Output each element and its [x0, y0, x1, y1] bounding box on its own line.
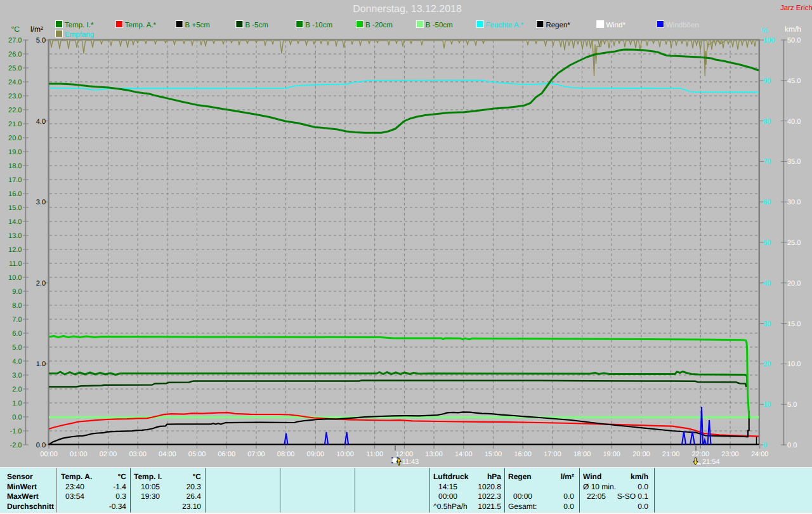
svg-text:15.0: 15.0 — [8, 204, 22, 212]
svg-text:04:00: 04:00 — [159, 451, 176, 458]
svg-text:25.0: 25.0 — [8, 65, 22, 72]
svg-text:60: 60 — [763, 199, 771, 206]
svg-text:50.0: 50.0 — [787, 37, 801, 44]
svg-text:35.0: 35.0 — [787, 158, 801, 166]
svg-text:20.3: 20.3 — [187, 482, 202, 491]
svg-text:MinWert: MinWert — [7, 482, 37, 491]
svg-text:24.0: 24.0 — [8, 79, 22, 86]
svg-text:45.0: 45.0 — [787, 77, 801, 85]
svg-text:14.0: 14.0 — [8, 218, 22, 226]
svg-text:18.0: 18.0 — [8, 162, 22, 170]
svg-text:B -5cm: B -5cm — [245, 22, 268, 29]
svg-text:l/m²: l/m² — [30, 25, 43, 34]
svg-text:20.0: 20.0 — [8, 135, 22, 142]
svg-text:23.0: 23.0 — [8, 93, 22, 100]
svg-text:70: 70 — [763, 158, 771, 166]
svg-text:27.0: 27.0 — [8, 37, 22, 44]
svg-text:20.0: 20.0 — [787, 280, 801, 287]
svg-text:05:00: 05:00 — [188, 451, 206, 458]
svg-text:Temp. A.*: Temp. A.* — [125, 22, 157, 29]
svg-text:22.0: 22.0 — [8, 107, 22, 114]
svg-text:14:00: 14:00 — [455, 451, 473, 458]
svg-text:-2.0: -2.0 — [10, 442, 22, 449]
svg-text:50: 50 — [763, 239, 771, 247]
svg-text:2.0: 2.0 — [12, 386, 22, 393]
svg-text:5.0: 5.0 — [787, 401, 797, 409]
svg-text:21:00: 21:00 — [662, 451, 680, 458]
svg-text:10:05: 10:05 — [141, 482, 160, 491]
svg-text:Wind: Wind — [583, 472, 601, 481]
svg-text:10: 10 — [763, 401, 771, 409]
svg-text:Empfang: Empfang — [65, 31, 94, 39]
svg-text:100: 100 — [763, 37, 775, 44]
svg-text:21:54: 21:54 — [702, 458, 720, 466]
svg-text:°C: °C — [11, 25, 20, 34]
svg-text:Gesamt:: Gesamt: — [508, 502, 537, 511]
svg-text:13.0: 13.0 — [8, 232, 22, 240]
svg-text:5.0: 5.0 — [12, 344, 22, 352]
svg-text:40.0: 40.0 — [787, 118, 801, 126]
svg-text:03:54: 03:54 — [65, 492, 84, 501]
svg-text:1021.5: 1021.5 — [478, 502, 501, 511]
svg-text:16:00: 16:00 — [514, 451, 532, 458]
svg-text:Ø 10 min.: Ø 10 min. — [583, 482, 616, 491]
svg-text:25.0: 25.0 — [787, 239, 801, 247]
svg-text:6.0: 6.0 — [12, 330, 22, 338]
svg-text:12.0: 12.0 — [8, 246, 22, 254]
svg-text:11.0: 11.0 — [9, 260, 22, 268]
svg-text:00:00: 00:00 — [438, 492, 457, 501]
svg-text:24:00: 24:00 — [751, 451, 769, 458]
svg-text:8.0: 8.0 — [12, 302, 22, 310]
svg-text:10:00: 10:00 — [336, 451, 354, 458]
svg-text:17:00: 17:00 — [544, 451, 561, 458]
svg-text:16.0: 16.0 — [8, 190, 22, 198]
svg-text:15.0: 15.0 — [787, 320, 801, 328]
svg-text:09:00: 09:00 — [307, 451, 325, 458]
svg-text:Regen*: Regen* — [546, 22, 570, 29]
svg-text:Temp. I.: Temp. I. — [134, 472, 162, 481]
svg-text:0.0: 0.0 — [563, 502, 574, 511]
svg-text:90: 90 — [763, 77, 771, 85]
svg-text:Temp. A.: Temp. A. — [61, 472, 92, 481]
svg-text:9.0: 9.0 — [12, 288, 22, 296]
svg-text:°C: °C — [193, 472, 202, 481]
svg-text:-1.4: -1.4 — [113, 482, 126, 491]
svg-text:3.0: 3.0 — [12, 372, 22, 379]
svg-text:B -20cm: B -20cm — [365, 22, 393, 29]
svg-text:B +5cm: B +5cm — [185, 22, 210, 29]
svg-text:Luftdruck: Luftdruck — [433, 472, 469, 481]
svg-text:2.0: 2.0 — [36, 280, 46, 287]
svg-text:B -10cm: B -10cm — [305, 22, 332, 29]
svg-text:Donnerstag, 13.12.2018: Donnerstag, 13.12.2018 — [353, 4, 462, 15]
svg-text:14:15: 14:15 — [438, 482, 457, 491]
svg-text:0.3: 0.3 — [115, 492, 126, 501]
svg-text:Feuchte A.*: Feuchte A.* — [486, 22, 524, 29]
svg-text:26.0: 26.0 — [8, 51, 22, 58]
svg-text:1.0: 1.0 — [12, 400, 22, 407]
svg-text:17.0: 17.0 — [8, 176, 22, 184]
svg-text:S-SO 0.1: S-SO 0.1 — [617, 492, 649, 501]
svg-text:20: 20 — [763, 360, 771, 368]
svg-text:0.0: 0.0 — [638, 502, 648, 511]
svg-text:19:00: 19:00 — [603, 451, 620, 458]
svg-text:20:00: 20:00 — [632, 451, 650, 458]
svg-text:19:30: 19:30 — [141, 492, 160, 501]
svg-text:1.0: 1.0 — [36, 360, 46, 368]
svg-text:30: 30 — [763, 320, 771, 328]
svg-text:7.0: 7.0 — [12, 316, 22, 324]
svg-text:23:00: 23:00 — [721, 451, 739, 458]
svg-text:03:00: 03:00 — [129, 451, 147, 458]
svg-text:0.0: 0.0 — [638, 482, 648, 491]
svg-text:Regen: Regen — [508, 472, 532, 481]
svg-text:02:00: 02:00 — [100, 451, 117, 458]
svg-text:18:00: 18:00 — [573, 451, 591, 458]
svg-text:22:00: 22:00 — [692, 451, 710, 458]
svg-text:06:00: 06:00 — [218, 451, 235, 458]
svg-text:5.0: 5.0 — [36, 37, 46, 44]
svg-text:80: 80 — [763, 118, 771, 126]
svg-text:11:43: 11:43 — [402, 458, 419, 466]
svg-text:00:00: 00:00 — [40, 451, 58, 458]
svg-text:l/m²: l/m² — [561, 472, 574, 481]
svg-text:26.4: 26.4 — [187, 492, 202, 501]
svg-text:3.0: 3.0 — [36, 199, 46, 206]
